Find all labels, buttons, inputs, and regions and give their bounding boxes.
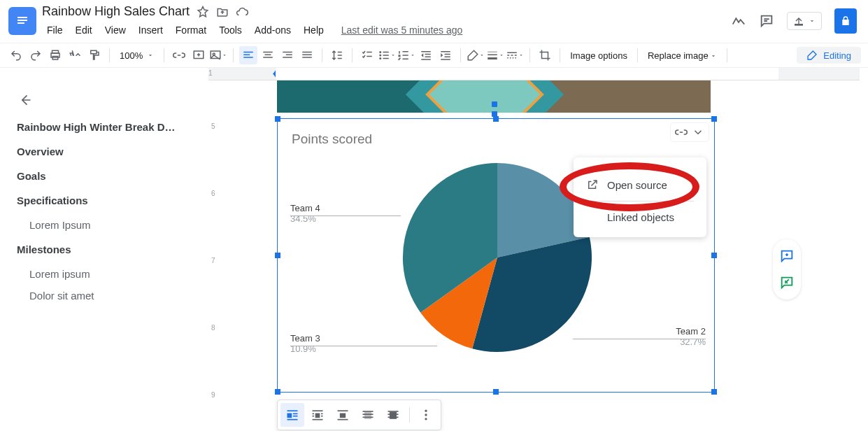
bulleted-list-button[interactable] <box>378 46 396 64</box>
selection-handle-icon[interactable] <box>711 116 717 122</box>
selection-handle-icon[interactable] <box>711 389 717 395</box>
align-right-button[interactable] <box>278 46 297 64</box>
outline-item[interactable]: Rainbow High Winter Break D… <box>17 121 192 133</box>
selection-handle-icon[interactable] <box>711 253 717 258</box>
svg-rect-60 <box>340 414 346 418</box>
wrap-inline-button[interactable] <box>280 403 304 427</box>
svg-rect-3 <box>795 24 803 25</box>
linked-chart-dropdown: Open source Linked objects <box>574 157 706 237</box>
numbered-list-button[interactable] <box>397 46 415 64</box>
outline-item[interactable]: Lorem ipsum <box>29 268 192 280</box>
break-text-button[interactable] <box>331 403 355 427</box>
last-edit-link[interactable]: Last edit was 5 minutes ago <box>341 24 463 36</box>
outline-item[interactable]: Dolor sit amet <box>29 290 192 302</box>
svg-rect-17 <box>286 55 292 56</box>
print-button[interactable] <box>46 46 64 64</box>
selection-handle-icon[interactable] <box>493 389 499 395</box>
comments-icon[interactable] <box>759 13 774 29</box>
insert-link-button[interactable] <box>170 46 188 64</box>
decrease-indent-button[interactable] <box>417 46 435 64</box>
selection-handle-icon[interactable] <box>275 253 280 258</box>
document-page[interactable]: Points scored Team 4 3 <box>225 80 868 421</box>
open-external-icon <box>586 178 599 191</box>
menu-file[interactable]: File <box>42 23 68 37</box>
linked-chart-link-icon[interactable] <box>675 126 688 139</box>
svg-point-71 <box>425 414 427 416</box>
indent-marker-first[interactable] <box>273 73 280 78</box>
menu-view[interactable]: View <box>100 23 131 37</box>
insert-image-button[interactable] <box>209 46 227 64</box>
move-icon[interactable] <box>216 6 229 18</box>
activity-icon[interactable] <box>731 13 746 29</box>
menu-tools[interactable]: Tools <box>214 23 247 37</box>
border-weight-button[interactable] <box>486 46 504 64</box>
share-button[interactable] <box>834 8 857 34</box>
align-center-button[interactable] <box>259 46 277 64</box>
dropdown-open-source[interactable]: Open source <box>574 171 706 198</box>
svg-rect-25 <box>383 52 389 53</box>
menu-help[interactable]: Help <box>299 23 329 37</box>
selection-handle-icon[interactable] <box>275 116 280 122</box>
star-icon[interactable] <box>197 6 209 18</box>
selection-handle-icon[interactable] <box>275 389 280 395</box>
selection-handle-icon[interactable] <box>492 101 497 107</box>
vertical-ruler[interactable]: 5 6 7 8 9 <box>208 80 225 421</box>
image-more-button[interactable] <box>414 403 438 427</box>
paint-format-button[interactable] <box>85 46 104 64</box>
dropdown-linked-objects[interactable]: Linked objects <box>574 204 706 230</box>
align-left-button[interactable] <box>239 46 257 64</box>
svg-rect-20 <box>303 55 313 56</box>
editing-mode-button[interactable]: Editing <box>797 47 861 64</box>
spellcheck-button[interactable] <box>66 46 84 64</box>
horizontal-ruler[interactable]: 1 2 3 4 5 6 7 <box>208 68 860 80</box>
doc-title[interactable]: Rainbow High Sales Chart <box>42 4 190 19</box>
header-image[interactable] <box>277 80 711 113</box>
border-dash-button[interactable] <box>506 46 524 64</box>
present-button[interactable] <box>787 12 822 30</box>
zoom-selector[interactable]: 100% <box>115 50 158 61</box>
border-color-button[interactable] <box>467 46 485 64</box>
svg-rect-55 <box>321 414 323 415</box>
increase-indent-button[interactable] <box>436 46 455 64</box>
crop-button[interactable] <box>536 46 554 64</box>
outline-item[interactable]: Specifications <box>17 195 192 206</box>
line-spacing-button[interactable] <box>328 46 346 64</box>
outline-item[interactable]: Overview <box>17 146 192 157</box>
checklist-button[interactable] <box>358 46 376 64</box>
menu-format[interactable]: Format <box>171 23 211 37</box>
svg-rect-50 <box>293 416 298 417</box>
outline-item[interactable]: Lorem Ipsum <box>29 219 192 231</box>
add-comment-button[interactable] <box>190 46 208 64</box>
suggest-edit-side-button[interactable] <box>776 271 798 294</box>
wrap-text-button[interactable] <box>306 403 329 427</box>
image-options-button[interactable]: Image options <box>566 50 632 61</box>
svg-rect-69 <box>390 412 397 419</box>
menu-insert[interactable]: Insert <box>134 23 168 37</box>
align-justify-button[interactable] <box>298 46 316 64</box>
svg-rect-46 <box>515 57 517 59</box>
svg-rect-31 <box>422 59 432 60</box>
svg-rect-38 <box>488 57 498 59</box>
undo-button[interactable] <box>7 46 25 64</box>
redo-button[interactable] <box>27 46 45 64</box>
svg-point-24 <box>380 57 382 59</box>
docs-app-icon[interactable] <box>8 7 36 35</box>
indent-marker-right[interactable] <box>711 69 718 74</box>
add-comment-side-button[interactable] <box>776 245 798 267</box>
infront-text-button[interactable] <box>381 403 405 427</box>
behind-text-button[interactable] <box>356 403 380 427</box>
indent-marker-left[interactable] <box>273 69 280 74</box>
outline-item[interactable]: Milestones <box>17 243 192 255</box>
svg-rect-48 <box>287 414 292 418</box>
outline-collapse-button[interactable] <box>17 92 34 108</box>
selection-handle-icon[interactable] <box>493 116 499 122</box>
menu-addons[interactable]: Add-ons <box>250 23 296 37</box>
replace-image-button[interactable]: Replace image <box>643 50 721 61</box>
svg-rect-19 <box>303 52 313 53</box>
menu-edit[interactable]: Edit <box>71 23 97 37</box>
cloud-icon[interactable] <box>236 6 248 18</box>
svg-rect-27 <box>383 58 389 59</box>
linked-chart-menu-button[interactable] <box>692 126 704 139</box>
svg-rect-14 <box>265 55 271 56</box>
outline-item[interactable]: Goals <box>17 170 192 182</box>
